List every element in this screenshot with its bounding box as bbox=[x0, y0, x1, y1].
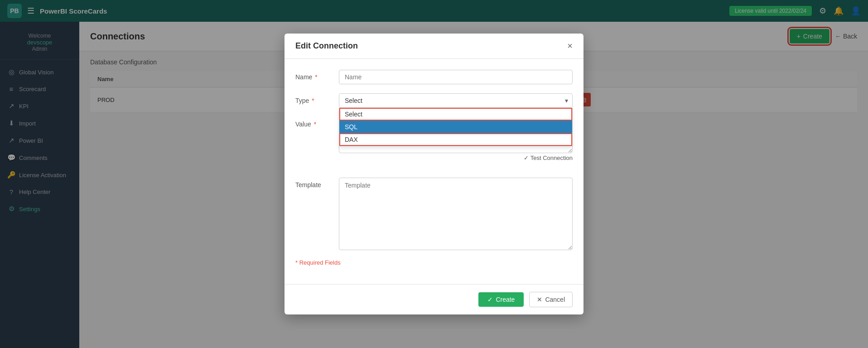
modal-close-button[interactable]: × bbox=[567, 41, 573, 51]
template-textarea[interactable] bbox=[339, 178, 573, 250]
name-required: * bbox=[313, 73, 317, 81]
test-connection-row: ✓ Test Connection bbox=[339, 155, 573, 161]
modal-body: Name * Type * Select SQL DAX ▾ bbox=[285, 59, 583, 284]
edit-connection-modal: Edit Connection × Name * Type * Select bbox=[285, 34, 583, 314]
type-select[interactable]: Select SQL DAX bbox=[339, 93, 573, 108]
dropdown-item-sql[interactable]: SQL bbox=[339, 121, 572, 133]
modal-header: Edit Connection × bbox=[285, 34, 583, 59]
modal-footer: ✓ Create ✕ Cancel bbox=[285, 284, 583, 314]
value-required: * bbox=[312, 121, 316, 128]
modal-overlay[interactable]: Edit Connection × Name * Type * Select bbox=[0, 0, 868, 348]
dropdown-item-select[interactable]: Select bbox=[339, 108, 572, 121]
template-label: Template bbox=[295, 178, 332, 188]
type-dropdown-wrapper: Select SQL DAX ▾ Select SQL DAX bbox=[339, 93, 573, 108]
template-row: Template bbox=[295, 178, 573, 250]
type-label: Type * bbox=[295, 93, 332, 104]
name-label: Name * bbox=[295, 70, 332, 81]
modal-cancel-button[interactable]: ✕ Cancel bbox=[529, 292, 573, 307]
value-label: Value * bbox=[295, 117, 332, 128]
dropdown-item-dax[interactable]: DAX bbox=[339, 133, 572, 146]
name-row: Name * bbox=[295, 70, 573, 84]
modal-title: Edit Connection bbox=[295, 41, 358, 51]
x-icon: ✕ bbox=[537, 296, 542, 303]
modal-create-button[interactable]: ✓ Create bbox=[478, 292, 524, 307]
type-row: Type * Select SQL DAX ▾ Select SQL DAX bbox=[295, 93, 573, 108]
type-required: * bbox=[310, 97, 314, 104]
name-input[interactable] bbox=[339, 70, 573, 84]
type-dropdown-list: Select SQL DAX bbox=[339, 108, 573, 146]
checkmark-icon: ✓ bbox=[487, 296, 493, 303]
test-connection-link[interactable]: ✓ Test Connection bbox=[524, 155, 573, 161]
required-note: * Required Fields bbox=[295, 259, 573, 266]
